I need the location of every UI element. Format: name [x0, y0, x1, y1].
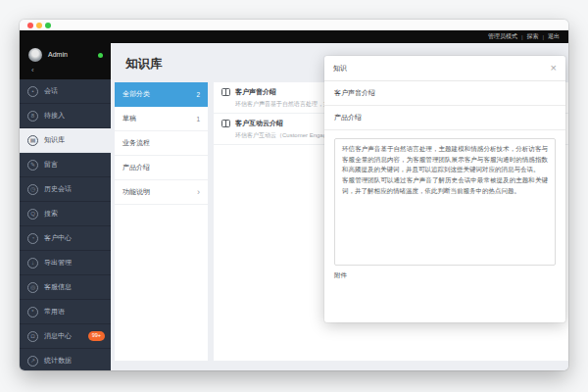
knowledge-content-box: 环信客户声音基于自然语言处理，主题建模和情感分析技术，分析访客与客服全量的消息内…	[334, 138, 556, 266]
article-title: 客户互动云介绍	[235, 119, 283, 128]
sidebar-item-agent-info[interactable]: ◎ 客服信息	[20, 275, 111, 300]
sidebar-item-search[interactable]: Q 搜索	[20, 202, 111, 226]
download-icon: ↓	[27, 258, 38, 269]
asterisk-icon: *	[27, 307, 38, 318]
knowledge-paragraph: 环信客户声音基于自然语言处理，主题建模和情感分析技术，分析访客与客服全量的消息内…	[342, 144, 548, 175]
search-icon: Q	[27, 209, 38, 220]
chart-icon: ↗	[27, 356, 38, 367]
sidebar-item-label: 知识库	[44, 135, 65, 145]
category-label: 业务流程	[122, 138, 150, 148]
topbar-separator: |	[521, 34, 523, 40]
category-feature-description[interactable]: 功能说明 ›	[115, 180, 208, 205]
sidebar-item-label: 消息中心	[44, 331, 72, 341]
category-label: 草稿	[122, 114, 136, 123]
knowledge-search-input[interactable]	[333, 65, 551, 72]
sidebar-item-message-center[interactable]: Ω 消息中心 99+	[20, 324, 111, 349]
category-drafts[interactable]: 草稿 1	[115, 107, 208, 131]
knowledge-paragraph: 客服管理团队可以通过客户声音了解历史会话中最常被提及的主题和关键词，并了解相应的…	[342, 175, 548, 196]
sidebar-item-export-management[interactable]: ↓ 导出管理	[20, 251, 111, 275]
zoom-window-button[interactable]	[45, 23, 51, 28]
sidebar-item-knowledge-base[interactable]: ▤ 知识库	[20, 128, 111, 153]
headset-icon: ◎	[27, 282, 38, 293]
sidebar-item-messages[interactable]: ✎ 留言	[20, 153, 111, 177]
sidebar-item-pending-access[interactable]: 8 待接入	[20, 104, 111, 128]
user-panel: Admin ‹	[20, 43, 111, 79]
book-icon	[221, 88, 230, 96]
book-icon: ▤	[27, 135, 38, 146]
sidebar-item-conversations[interactable]: • 会话	[20, 79, 111, 104]
sidebar-item-quick-replies[interactable]: * 常用语	[20, 300, 111, 324]
sidebar-collapse-button[interactable]: ‹	[31, 66, 34, 74]
sidebar-item-label: 待接入	[44, 111, 65, 121]
popup-search-bar: ×	[324, 56, 565, 81]
topbar: 管理员模式 | 探索 | 退出	[20, 30, 568, 43]
attachments-label: 附件	[334, 271, 556, 280]
person-icon: 8	[27, 111, 38, 122]
admin-mode-link[interactable]: 管理员模式	[488, 32, 517, 41]
category-business-process[interactable]: 业务流程	[115, 131, 208, 156]
titlebar	[20, 20, 568, 30]
category-label: 功能说明	[122, 187, 150, 197]
gauge-icon: ◔	[27, 233, 38, 244]
online-status-dot	[98, 53, 103, 58]
popup-result-label: 客户声音介绍	[334, 88, 375, 98]
popup-result-product-intro[interactable]: 产品介绍	[324, 106, 565, 130]
article-title: 客户声音介绍	[235, 87, 276, 97]
sidebar-item-label: 统计数据	[44, 356, 72, 366]
pencil-icon: ✎	[27, 160, 38, 171]
sidebar-item-label: 常用语	[44, 307, 65, 317]
user-name: Admin	[48, 51, 68, 58]
popup-result-label: 产品介绍	[334, 113, 362, 122]
explore-link[interactable]: 探索	[526, 32, 538, 41]
chat-icon: •	[27, 86, 38, 97]
sidebar-item-label: 客户中心	[44, 233, 72, 243]
category-panel: 全部分类 2 草稿 1 业务流程 产品介绍 功能说明 ›	[115, 82, 208, 361]
sidebar-item-label: 历史会话	[44, 184, 72, 194]
sidebar-item-label: 搜索	[44, 209, 58, 219]
close-icon[interactable]: ×	[551, 63, 557, 74]
sidebar-item-statistics[interactable]: ↗ 统计数据	[20, 349, 111, 370]
topbar-separator: |	[542, 34, 544, 40]
sidebar-item-customer-center[interactable]: ◔ 客户中心	[20, 226, 111, 251]
unread-count-badge: 99+	[88, 331, 105, 341]
avatar	[28, 48, 42, 62]
category-product-intro[interactable]: 产品介绍	[115, 156, 208, 180]
book-icon	[221, 120, 230, 127]
logout-link[interactable]: 退出	[548, 32, 560, 41]
category-label: 全部分类	[122, 89, 150, 99]
category-all[interactable]: 全部分类 2	[115, 82, 208, 107]
sidebar-item-label: 导出管理	[44, 258, 72, 268]
chevron-right-icon: ›	[197, 188, 200, 197]
sidebar-nav: • 会话 8 待接入 ▤ 知识库 ✎ 留言	[20, 79, 111, 370]
knowledge-popup: × 客户声音介绍 产品介绍 环信客户声音基于自然语言处理，主题建模和情感分析技术…	[324, 56, 565, 322]
category-count: 2	[196, 91, 200, 98]
popup-result-customer-voice[interactable]: 客户声音介绍	[324, 81, 565, 106]
sidebar: Admin ‹ • 会话 8 待接入 ▤ 知识库	[20, 43, 111, 370]
sidebar-item-label: 留言	[44, 160, 58, 170]
category-label: 产品介绍	[122, 163, 150, 172]
category-count: 1	[196, 116, 200, 122]
sidebar-item-label: 会话	[44, 86, 58, 96]
app-window: 管理员模式 | 探索 | 退出 Admin ‹ • 会话	[20, 20, 568, 370]
minimize-window-button[interactable]	[36, 23, 42, 28]
close-window-button[interactable]	[27, 23, 33, 28]
desktop-background: 管理员模式 | 探索 | 退出 Admin ‹ • 会话	[0, 0, 588, 392]
clock-icon: ◷	[27, 184, 38, 195]
bell-icon: Ω	[27, 331, 38, 342]
sidebar-item-label: 客服信息	[44, 282, 72, 292]
sidebar-item-history[interactable]: ◷ 历史会话	[20, 177, 111, 202]
